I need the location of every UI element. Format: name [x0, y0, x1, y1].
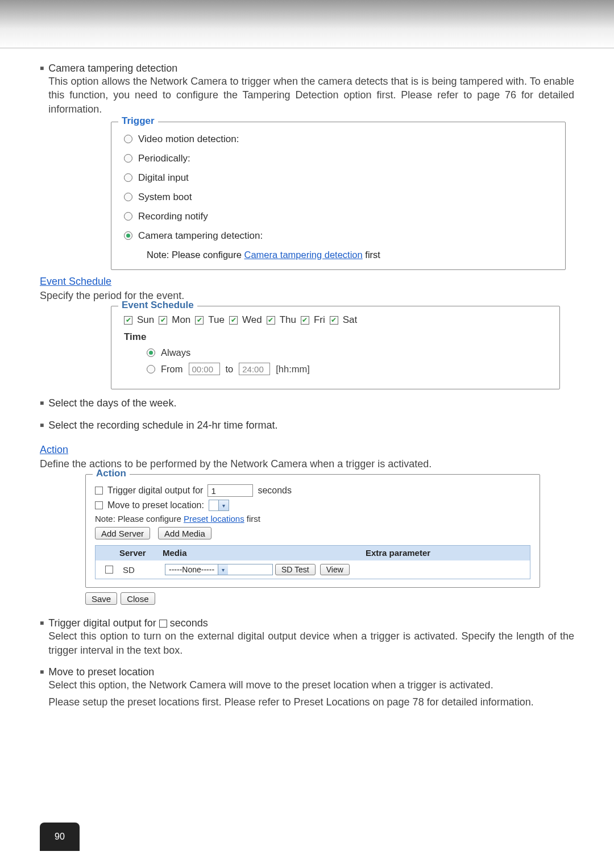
row-media-label: -----None----- [165, 565, 218, 574]
trigger-option-periodically[interactable]: Periodically: [124, 153, 553, 164]
row-media-dropdown[interactable]: -----None-----▾ [165, 564, 273, 575]
row-server: SD [123, 565, 163, 575]
trigger-do-checkbox[interactable] [95, 487, 103, 495]
trigger-option-system-boot[interactable]: System boot [124, 192, 553, 203]
day-sat-checkbox[interactable] [330, 316, 338, 325]
intro-title: Camera tampering detection [48, 63, 177, 74]
event-schedule-legend: Event Schedule [118, 300, 197, 311]
day-label: Tue [208, 314, 225, 326]
event-schedule-panel: Event Schedule Sun Mon Tue Wed Thu Fri S… [111, 306, 560, 389]
trigger-opt-label: Video motion detection: [138, 134, 239, 145]
always-label: Always [161, 347, 190, 358]
day-label: Sat [343, 314, 358, 326]
action-heading[interactable]: Action [40, 444, 68, 455]
bullet-icon: ■ [40, 421, 44, 429]
day-label: Thu [280, 314, 296, 326]
day-tue-checkbox[interactable] [195, 316, 204, 325]
note-text: first [244, 514, 260, 524]
day-label: Wed [242, 314, 262, 326]
move-preset-label: Move to preset location: [107, 500, 204, 510]
from-time-input[interactable] [189, 363, 220, 375]
day-thu-checkbox[interactable] [267, 316, 275, 325]
days-row: Sun Mon Tue Wed Thu Fri Sat [124, 314, 547, 326]
move-preset-checkbox[interactable] [95, 501, 103, 509]
day-mon-checkbox[interactable] [159, 316, 167, 325]
table-row: SD -----None-----▾ SD Test View [96, 560, 530, 579]
event-schedule-heading[interactable]: Event Schedule [40, 276, 111, 287]
save-button[interactable]: Save [85, 592, 117, 605]
add-server-button[interactable]: Add Server [95, 527, 150, 539]
preset-locations-link[interactable]: Preset locations [184, 514, 244, 524]
intro-desc: This option allows the Network Camera to… [48, 74, 574, 116]
radio-off-icon [124, 154, 132, 163]
radio-off-icon [124, 193, 132, 201]
trigger-legend: Trigger [118, 115, 158, 127]
from-label: From [161, 364, 183, 375]
day-sun-checkbox[interactable] [124, 316, 132, 325]
view-button[interactable]: View [320, 564, 350, 575]
trigger-do-label: Trigger digital output for [107, 485, 203, 496]
trigger-do-seconds-input[interactable] [208, 484, 253, 497]
note-desc: Select this option to turn on the extern… [48, 629, 574, 657]
trigger-panel: Trigger Video motion detection: Periodic… [111, 122, 566, 270]
time-label: Time [124, 331, 547, 343]
trigger-option-recording-notify[interactable]: Recording notify [124, 211, 553, 222]
trigger-opt-label: System boot [138, 192, 192, 203]
trigger-opt-label: Digital input [138, 172, 189, 184]
action-note: Note: Please configure Preset locations … [95, 514, 530, 524]
note-text: Note: Please configure [95, 514, 184, 524]
day-label: Sun [137, 314, 154, 326]
trigger-opt-label: Recording notify [138, 211, 208, 222]
day-wed-checkbox[interactable] [229, 316, 238, 325]
day-label: Mon [172, 314, 190, 326]
add-media-button[interactable]: Add Media [158, 527, 211, 539]
tamper-detection-link[interactable]: Camera tampering detection [244, 250, 363, 260]
bullet-icon: ■ [40, 619, 44, 627]
to-time-input[interactable] [239, 363, 270, 375]
note-desc: Please setup the preset locations first.… [48, 695, 534, 709]
page-number: 90 [55, 832, 65, 842]
th-media: Media [158, 546, 266, 560]
trigger-opt-label: Periodically: [138, 153, 190, 164]
sd-test-button[interactable]: SD Test [275, 564, 316, 575]
radio-on-icon [124, 231, 132, 240]
action-panel: Action Trigger digital output for second… [85, 474, 540, 588]
bullet-icon: ■ [40, 64, 44, 72]
radio-off-icon [124, 135, 132, 143]
note-desc: Select this option, the Network Camera w… [48, 678, 534, 692]
row-sd-checkbox[interactable] [105, 566, 113, 574]
hhmm-hint: [hh:mm] [276, 364, 310, 375]
page-number-tab: 90 [40, 823, 80, 851]
chevron-down-icon: ▾ [218, 564, 228, 575]
close-button[interactable]: Close [121, 592, 155, 605]
note-title: Trigger digital output for [48, 617, 159, 629]
action-legend: Action [93, 468, 130, 479]
note-text: Select the recording schedule in 24-hr t… [48, 420, 277, 431]
trigger-option-digital-input[interactable]: Digital input [124, 172, 553, 184]
time-always-row[interactable]: Always [147, 347, 547, 358]
radio-on-icon [147, 348, 155, 357]
note-text: first [363, 250, 380, 260]
trigger-note: Note: Please configure Camera tampering … [147, 250, 553, 260]
radio-off-icon [124, 212, 132, 221]
note-title: seconds [167, 617, 208, 629]
radio-off-icon [124, 173, 132, 182]
bullet-icon: ■ [40, 399, 44, 407]
action-table: Server Media Extra parameter SD -----Non… [95, 545, 530, 579]
note-text: Select the days of the week. [48, 397, 176, 409]
to-label: to [226, 364, 234, 375]
th-server: Server [96, 546, 158, 560]
chevron-down-icon: ▾ [218, 500, 229, 510]
preset-location-dropdown[interactable]: ▾ [209, 500, 229, 511]
trigger-option-video[interactable]: Video motion detection: [124, 134, 553, 145]
trigger-opt-label: Camera tampering detection: [138, 230, 263, 242]
note-title: Move to preset location [48, 666, 154, 678]
note-text: Note: Please configure [147, 250, 244, 260]
th-extra: Extra parameter [266, 546, 530, 560]
day-fri-checkbox[interactable] [301, 316, 309, 325]
radio-off-icon [147, 365, 155, 373]
time-from-row[interactable]: From to [hh:mm] [147, 363, 547, 375]
bullet-icon: ■ [40, 668, 44, 676]
trigger-do-unit: seconds [258, 485, 292, 496]
trigger-option-camera-tamper[interactable]: Camera tampering detection: [124, 230, 553, 242]
